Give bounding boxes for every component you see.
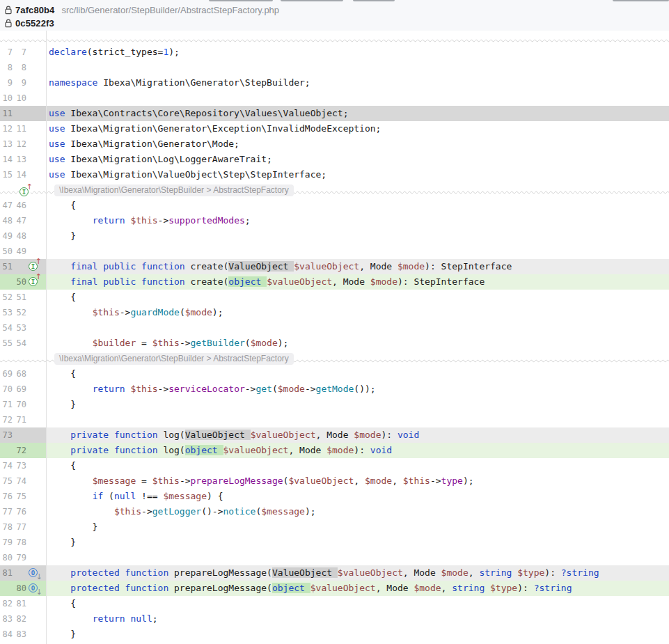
line-number-old: 84 xyxy=(0,627,13,642)
wavy-line xyxy=(294,182,669,198)
code-line[interactable]: return $this->supportedModes; xyxy=(46,213,669,228)
gutter-icon-slot xyxy=(29,596,44,611)
code-line[interactable] xyxy=(46,91,669,106)
code-line[interactable]: { xyxy=(46,366,669,382)
code-token: ); xyxy=(168,47,180,57)
code-line[interactable]: } xyxy=(46,397,669,412)
code-token: use xyxy=(49,123,65,134)
collapsed-region-breadcrumb[interactable]: \Ibexa\Migration\Generator\StepBuilder >… xyxy=(54,184,294,196)
collapsed-region-separator[interactable]: I↑ xyxy=(0,182,669,198)
code-line[interactable]: { xyxy=(46,290,669,305)
code-line[interactable]: private function log(object $valueObject… xyxy=(46,443,669,458)
code-token: Ibexa\Migration\Log\LoggerAwareTrait; xyxy=(65,154,271,164)
code-token xyxy=(120,567,125,578)
line-gutter: 7776 xyxy=(0,504,46,519)
code-token: } xyxy=(49,629,76,639)
line-number-new: 83 xyxy=(14,627,26,642)
code-line[interactable]: } xyxy=(46,535,669,550)
gutter-icon-slot xyxy=(29,45,44,60)
code-line[interactable]: declare(strict_types=1); xyxy=(46,45,669,60)
code-line[interactable]: } xyxy=(46,228,669,244)
wavy-line xyxy=(31,182,54,198)
code-line[interactable]: if (null !== $message) { xyxy=(46,489,669,504)
code-line-row: 80O↓ protected function prepareLogMessag… xyxy=(0,581,669,596)
code-token: -> xyxy=(141,506,152,517)
code-line-row: 8281 { xyxy=(0,596,669,611)
code-line[interactable] xyxy=(46,550,669,565)
code-line[interactable]: final public function create(ValueObject… xyxy=(46,259,669,274)
code-token: , Mode xyxy=(359,261,398,272)
code-line-row: 81O↓ protected function prepareLogMessag… xyxy=(0,565,669,581)
code-line[interactable]: $this->guardMode($mode); xyxy=(46,305,669,320)
implements-method-icon[interactable]: I↑ xyxy=(29,276,39,287)
code-line[interactable] xyxy=(46,412,669,427)
code-line[interactable]: return $this->serviceLocator->get($mode-… xyxy=(46,382,669,397)
code-token: string xyxy=(479,567,512,578)
code-token: ) { xyxy=(207,491,223,501)
gutter-icon-slot xyxy=(29,504,44,519)
code-token: final xyxy=(70,261,97,272)
implements-method-icon[interactable]: I↑ xyxy=(29,261,39,272)
code-token: -> xyxy=(180,338,191,348)
line-gutter: 81O↓ xyxy=(0,565,46,581)
line-gutter: 4948 xyxy=(0,228,46,244)
code-line[interactable]: use Ibexa\Migration\ValueObject\Step\Ste… xyxy=(46,167,669,182)
code-line[interactable]: namespace Ibexa\Migration\Generator\Step… xyxy=(46,75,669,91)
code-line[interactable]: use Ibexa\Migration\Generator\Exception\… xyxy=(46,121,669,136)
code-line-row: 5352 $this->guardMode($mode); xyxy=(0,305,669,320)
code-line[interactable]: { xyxy=(46,596,669,611)
code-line-row: 5049 xyxy=(0,244,669,259)
implements-method-icon[interactable]: I↑ xyxy=(19,187,30,197)
code-token: function xyxy=(114,430,158,440)
code-line[interactable]: { xyxy=(46,198,669,213)
gutter-icon-slot xyxy=(29,443,44,458)
code-token xyxy=(49,384,93,394)
line-number-old: 75 xyxy=(0,473,13,489)
code-token: $type xyxy=(517,567,544,578)
code-line[interactable]: use Ibexa\Migration\Log\LoggerAwareTrait… xyxy=(46,152,669,167)
code-token: public xyxy=(103,261,136,272)
code-line[interactable]: $message = $this->prepareLogMessage($val… xyxy=(46,473,669,489)
code-line[interactable]: $builder = $this->getBuilder($mode); xyxy=(46,336,669,351)
line-number-old: 76 xyxy=(0,489,13,504)
code-line-row: 51I↑ final public function create(ValueO… xyxy=(0,259,669,274)
code-token: declare xyxy=(49,47,87,57)
code-line[interactable]: protected function prepareLogMessage(obj… xyxy=(46,581,669,596)
method-overridden-icon[interactable]: O↓ xyxy=(29,583,39,593)
collapsed-region-separator[interactable]: \Ibexa\Migration\Generator\StepBuilder >… xyxy=(0,351,669,366)
code-token xyxy=(49,613,93,624)
code-line[interactable]: private function log(ValueObject $valueO… xyxy=(46,427,669,443)
line-number-new: 12 xyxy=(14,136,26,152)
line-gutter: 4847 xyxy=(0,213,46,228)
code-token: -> xyxy=(305,384,316,394)
code-line[interactable]: } xyxy=(46,627,669,642)
collapsed-region-separator[interactable] xyxy=(0,31,669,45)
method-overridden-icon[interactable]: O↓ xyxy=(29,567,39,578)
code-line[interactable]: use Ibexa\Migration\Generator\Mode; xyxy=(46,136,669,152)
code-line[interactable] xyxy=(46,320,669,336)
code-token: ): xyxy=(544,567,560,578)
code-line-row: 1413use Ibexa\Migration\Log\LoggerAwareT… xyxy=(0,152,669,167)
collapsed-region-breadcrumb[interactable]: \Ibexa\Migration\Generator\StepBuilder >… xyxy=(54,353,294,365)
diff-header: 7afc80b4 src/lib/Generator/StepBuilder/A… xyxy=(0,0,669,31)
code-line[interactable]: { xyxy=(46,458,669,473)
line-gutter: 77 xyxy=(0,45,46,60)
code-token: $valueObject xyxy=(310,583,376,593)
line-number-new: 76 xyxy=(14,504,26,519)
code-line[interactable]: protected function prepareLogMessage(Val… xyxy=(46,565,669,581)
code-token: $mode xyxy=(185,307,212,317)
line-gutter: 5352 xyxy=(0,305,46,320)
code-line[interactable]: use Ibexa\Contracts\Core\Repository\Valu… xyxy=(46,106,669,121)
line-gutter: 7271 xyxy=(0,412,46,427)
line-number-old: 10 xyxy=(0,91,13,106)
code-line-row: 1514use Ibexa\Migration\ValueObject\Step… xyxy=(0,167,669,182)
code-line[interactable]: final public function create(object $val… xyxy=(46,274,669,290)
code-line[interactable]: } xyxy=(46,519,669,535)
code-line[interactable] xyxy=(46,244,669,259)
diff-editor[interactable]: 77declare(strict_types=1);8899namespace … xyxy=(0,31,669,644)
code-line-row: 7069 return $this->serviceLocator->get($… xyxy=(0,382,669,397)
code-line[interactable]: $this->getLogger()->notice($message); xyxy=(46,504,669,519)
code-token xyxy=(136,261,141,272)
code-line[interactable]: return null; xyxy=(46,611,669,627)
code-line[interactable] xyxy=(46,60,669,75)
